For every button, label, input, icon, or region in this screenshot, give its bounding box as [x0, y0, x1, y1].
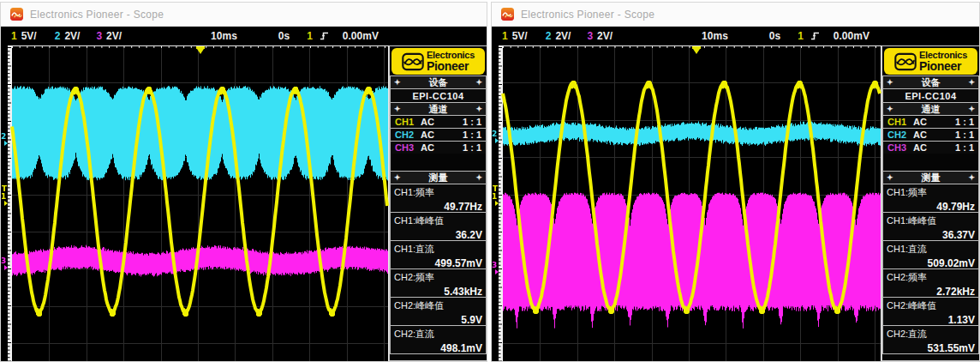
channel-row[interactable]: CH2 AC 1 : 1: [882, 128, 979, 142]
channel-header-label: 通道: [922, 103, 941, 116]
measurement-value: 509.02mV: [887, 257, 975, 269]
measure-section-header: ✦ 测量 ✦: [882, 171, 979, 184]
trigger-source: 1: [307, 30, 313, 42]
measure-header-label: 测量: [429, 172, 448, 184]
trigger-control[interactable]: 1: [307, 30, 329, 42]
ch1-scale-control[interactable]: 1 5V/: [502, 30, 528, 42]
sidebar-panel: Electronics Pioneer ✦ 设备 ✦ EPI-CC104 ✦ 通…: [881, 45, 979, 361]
timebase-value: 10ms: [702, 30, 728, 42]
ch2-scale-control[interactable]: 2 2V/: [546, 30, 571, 42]
ornament-icon: ✦: [475, 78, 482, 87]
brand-line2: Pioneer: [427, 60, 475, 72]
toolbar: 1 5V/ 2 2V/ 3 2V/ 10ms 0s 1: [492, 27, 979, 45]
measurement-value: 5.9V: [394, 314, 482, 326]
ch2-scale-control[interactable]: 2 2V/: [55, 30, 81, 42]
ch3-scale: 2V/: [597, 30, 612, 42]
brand-line2: Pioneer: [919, 60, 967, 72]
measure-header-label: 测量: [922, 172, 941, 184]
measurement-box: CH1:频率 49.79Hz: [882, 184, 979, 213]
ornament-icon: ✦: [475, 173, 482, 182]
trigger-level-value: 0.00mV: [834, 30, 869, 42]
brand-text: Electronics Pioneer: [427, 51, 475, 72]
trigger-level-control[interactable]: 0.00mV: [834, 30, 869, 42]
channel-coupling: AC: [913, 130, 927, 140]
measurement-label: CH2:峰峰值: [394, 299, 482, 312]
channel-row[interactable]: CH1 AC 1 : 1: [390, 115, 487, 129]
channel-row[interactable]: CH1 AC 1 : 1: [882, 115, 979, 129]
ch1-scale: 5V/: [21, 30, 37, 42]
measurement-box: CH1:峰峰值 36.2V: [390, 212, 487, 241]
device-name: EPI-CC104: [882, 88, 979, 103]
measurement-label: CH1:直流: [887, 243, 975, 256]
channel-name: CH1: [395, 117, 417, 127]
measurement-value: 36.2V: [394, 229, 482, 241]
ch3-scale: 2V/: [106, 30, 122, 42]
channel-row[interactable]: CH2 AC 1 : 1: [390, 128, 487, 142]
measurement-label: CH2:频率: [394, 271, 482, 284]
channel-name: CH2: [395, 130, 417, 140]
desktop: Electronics Pioneer - Scope 1 5V/ 2 2V/ …: [0, 0, 980, 362]
ornament-icon: ✦: [394, 105, 401, 113]
channel-list: CH1 AC 1 : 1 CH2 AC 1 : 1 CH3: [390, 116, 487, 154]
ch1-scale-control[interactable]: 1 5V/: [11, 30, 37, 42]
channel-coupling: AC: [421, 117, 434, 127]
waveform-canvas[interactable]: [1, 45, 389, 361]
ornament-icon: ✦: [887, 173, 893, 182]
ornament-icon: ✦: [394, 173, 401, 182]
channel-row[interactable]: CH3 AC 1 : 1: [390, 141, 487, 154]
ornament-icon: ✦: [887, 105, 893, 113]
trigger-control[interactable]: 1: [798, 30, 820, 42]
trigger-level-control[interactable]: 0.00mV: [343, 30, 379, 42]
sidebar-panel: Electronics Pioneer ✦ 设备 ✦ EPI-CC104 ✦ 通…: [389, 45, 487, 361]
brand-wave-icon: [402, 52, 424, 71]
delay-control[interactable]: 0s: [278, 30, 290, 42]
channel-coupling: AC: [421, 142, 434, 153]
ornament-icon: ✦: [475, 105, 482, 113]
measurement-box: CH2:峰峰值 5.9V: [390, 297, 487, 326]
scope-display-area[interactable]: [1, 45, 389, 361]
timebase-control[interactable]: 10ms: [211, 30, 237, 42]
channel-section-header: ✦ 通道 ✦: [390, 102, 487, 116]
ornament-icon: ✦: [887, 78, 893, 87]
measurement-value: 1.13V: [887, 314, 975, 326]
waveform-canvas[interactable]: [492, 45, 881, 361]
channel-row[interactable]: CH3 AC 1 : 1: [882, 141, 979, 154]
scope-display-area[interactable]: [492, 45, 881, 361]
device-section-header: ✦ 设备 ✦: [390, 75, 487, 89]
channel-coupling: AC: [913, 117, 927, 127]
ch3-scale-control[interactable]: 3 2V/: [96, 30, 122, 42]
timebase-control[interactable]: 10ms: [702, 30, 728, 42]
delay-control[interactable]: 0s: [769, 30, 780, 42]
measurement-label: CH2:频率: [887, 271, 975, 284]
measurement-box: CH2:频率 2.72kHz: [882, 268, 979, 298]
measurement-label: CH1:频率: [887, 186, 975, 199]
ch2-number: 2: [55, 30, 61, 42]
trigger-level-value: 0.00mV: [343, 30, 379, 42]
measurement-label: CH2:直流: [394, 328, 482, 341]
titlebar[interactable]: Electronics Pioneer - Scope: [492, 3, 979, 27]
trigger-source: 1: [798, 30, 804, 42]
channel-probe-ratio: 1 : 1: [434, 130, 481, 140]
ch2-number: 2: [546, 30, 552, 42]
device-header-label: 设备: [922, 76, 941, 89]
measurement-box: CH2:直流 531.55mV: [882, 325, 979, 354]
app-logo-icon: [501, 8, 514, 21]
device-section-header: ✦ 设备 ✦: [882, 75, 979, 89]
measurement-value: 49.77Hz: [394, 201, 482, 213]
titlebar[interactable]: Electronics Pioneer - Scope: [1, 3, 487, 27]
ch3-scale-control[interactable]: 3 2V/: [587, 30, 612, 42]
measurement-value: 36.37V: [887, 229, 975, 241]
measurement-box: CH2:直流 498.1mV: [390, 325, 487, 354]
measurement-box: CH1:峰峰值 36.37V: [882, 212, 979, 241]
measurement-label: CH1:峰峰值: [394, 214, 482, 227]
measurement-box: CH2:峰峰值 1.13V: [882, 297, 979, 326]
ornament-icon: ✦: [968, 173, 975, 182]
timebase-value: 10ms: [211, 30, 237, 42]
measurement-box: CH1:直流 509.02mV: [882, 240, 979, 269]
ch2-scale: 2V/: [64, 30, 80, 42]
rising-edge-trigger-icon: [810, 31, 820, 41]
measurement-label: CH1:频率: [394, 186, 482, 199]
ch1-scale: 5V/: [512, 30, 528, 42]
measurement-box: CH1:频率 49.77Hz: [390, 184, 487, 213]
measurement-list: CH1:频率 49.77Hz CH1:峰峰值 36.2V CH1:直流 499.…: [390, 184, 487, 354]
